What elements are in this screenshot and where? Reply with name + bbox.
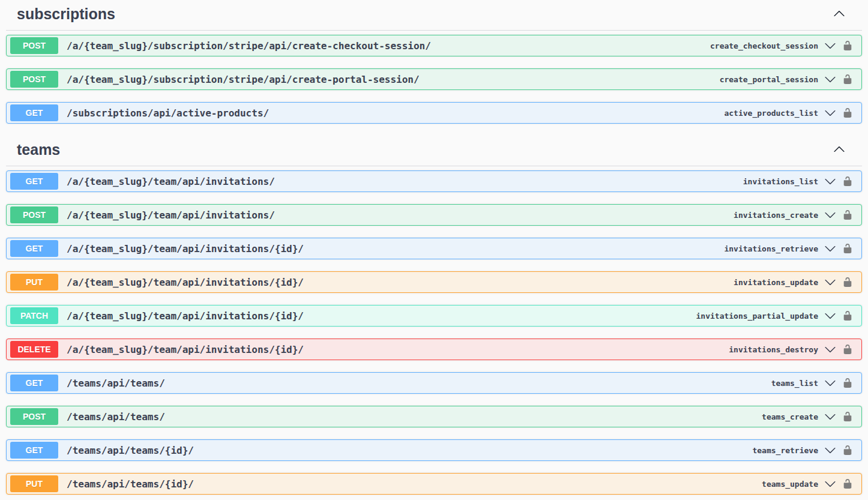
opblock-teams_list[interactable]: GET /teams/api/teams/ teams_list bbox=[6, 372, 862, 394]
collapse-section-button[interactable] bbox=[833, 8, 845, 20]
section-title: subscriptions bbox=[17, 5, 115, 23]
operation-id: create_checkout_session bbox=[710, 41, 818, 50]
opblock-invitations_list[interactable]: GET /a/{team_slug}/team/api/invitations/… bbox=[6, 170, 862, 192]
opblock-invitations_destroy[interactable]: DELETE /a/{team_slug}/team/api/invitatio… bbox=[6, 339, 862, 360]
unlock-icon bbox=[842, 243, 853, 254]
method-badge: POST bbox=[10, 37, 58, 54]
operation-path: /a/{team_slug}/team/api/invitations/{id}… bbox=[67, 310, 696, 322]
expand-operation-button[interactable] bbox=[824, 73, 836, 85]
operation-id: invitations_list bbox=[743, 177, 818, 186]
authorize-button[interactable] bbox=[842, 40, 853, 51]
collapse-section-button[interactable] bbox=[833, 143, 845, 155]
operation-path: /a/{team_slug}/team/api/invitations/ bbox=[67, 176, 743, 187]
operation-path: /teams/api/teams/ bbox=[67, 411, 762, 423]
expand-operation-button[interactable] bbox=[824, 209, 836, 221]
opblock-invitations_create[interactable]: POST /a/{team_slug}/team/api/invitations… bbox=[6, 204, 862, 226]
chevron-down-icon bbox=[824, 478, 836, 490]
opblock-invitations_retrieve[interactable]: GET /a/{team_slug}/team/api/invitations/… bbox=[6, 238, 862, 259]
chevron-down-icon bbox=[824, 175, 836, 187]
expand-operation-button[interactable] bbox=[824, 310, 836, 322]
operation-path: /teams/api/teams/{id}/ bbox=[67, 478, 762, 490]
authorize-button[interactable] bbox=[842, 277, 853, 288]
chevron-down-icon bbox=[824, 444, 836, 456]
method-badge: GET bbox=[10, 375, 58, 391]
authorize-button[interactable] bbox=[842, 107, 853, 118]
tag-header[interactable]: teams bbox=[6, 136, 862, 166]
operation-id: invitations_retrieve bbox=[724, 244, 818, 253]
opblock-active_products_list[interactable]: GET /subscriptions/api/active-products/ … bbox=[6, 102, 862, 124]
method-badge: POST bbox=[10, 206, 58, 223]
opblock-teams_create[interactable]: POST /teams/api/teams/ teams_create bbox=[6, 406, 862, 427]
operation-id: invitations_partial_update bbox=[696, 312, 819, 321]
operation-id: teams_retrieve bbox=[752, 446, 818, 455]
operation-id: create_portal_session bbox=[720, 75, 818, 84]
method-badge: PUT bbox=[10, 274, 58, 291]
authorize-button[interactable] bbox=[842, 176, 853, 187]
unlock-icon bbox=[842, 176, 853, 187]
operation-path: /a/{team_slug}/team/api/invitations/{id}… bbox=[67, 344, 729, 355]
authorize-button[interactable] bbox=[842, 378, 853, 388]
expand-operation-button[interactable] bbox=[824, 377, 836, 389]
operation-path: /a/{team_slug}/subscription/stripe/api/c… bbox=[67, 40, 710, 52]
operation-id: invitations_create bbox=[734, 211, 818, 220]
authorize-button[interactable] bbox=[842, 310, 853, 321]
tag-header[interactable]: subscriptions bbox=[6, 0, 862, 31]
chevron-down-icon bbox=[824, 343, 836, 355]
method-badge: PATCH bbox=[10, 307, 58, 324]
authorize-button[interactable] bbox=[842, 209, 853, 220]
operation-path: /a/{team_slug}/team/api/invitations/ bbox=[67, 209, 734, 221]
opblock-create_portal_session[interactable]: POST /a/{team_slug}/subscription/stripe/… bbox=[6, 68, 862, 90]
expand-operation-button[interactable] bbox=[824, 478, 836, 490]
chevron-down-icon bbox=[824, 276, 836, 288]
api-sections: subscriptions POST /a/{team_slug}/subscr… bbox=[0, 0, 868, 495]
operation-path: /teams/api/teams/{id}/ bbox=[67, 445, 752, 456]
chevron-down-icon bbox=[824, 209, 836, 221]
section-subscriptions: subscriptions POST /a/{team_slug}/subscr… bbox=[6, 0, 862, 124]
expand-operation-button[interactable] bbox=[824, 40, 836, 52]
operation-path: /a/{team_slug}/team/api/invitations/{id}… bbox=[67, 243, 724, 255]
operation-path: /a/{team_slug}/subscription/stripe/api/c… bbox=[67, 74, 720, 85]
expand-operation-button[interactable] bbox=[824, 175, 836, 187]
operation-id: active_products_list bbox=[724, 109, 818, 118]
unlock-icon bbox=[842, 478, 853, 489]
operations-list: POST /a/{team_slug}/subscription/stripe/… bbox=[6, 31, 862, 124]
method-badge: GET bbox=[10, 104, 58, 121]
operation-id: teams_create bbox=[762, 412, 818, 421]
authorize-button[interactable] bbox=[842, 243, 853, 254]
opblock-teams_update[interactable]: PUT /teams/api/teams/{id}/ teams_update bbox=[6, 473, 862, 495]
method-badge: GET bbox=[10, 240, 58, 257]
chevron-up-icon bbox=[833, 143, 845, 155]
method-badge: GET bbox=[10, 173, 58, 190]
section-teams: teams GET /a/{team_slug}/team/api/invita… bbox=[6, 136, 862, 495]
chevron-up-icon bbox=[833, 8, 845, 20]
authorize-button[interactable] bbox=[842, 344, 853, 355]
authorize-button[interactable] bbox=[842, 411, 853, 422]
operation-path: /teams/api/teams/ bbox=[67, 378, 771, 389]
operation-id: teams_list bbox=[771, 379, 818, 388]
expand-operation-button[interactable] bbox=[824, 444, 836, 456]
operation-id: teams_update bbox=[762, 480, 818, 489]
unlock-icon bbox=[842, 344, 853, 355]
unlock-icon bbox=[842, 107, 853, 118]
unlock-icon bbox=[842, 74, 853, 85]
unlock-icon bbox=[842, 310, 853, 321]
chevron-down-icon bbox=[824, 107, 836, 119]
operation-id: invitations_update bbox=[734, 278, 818, 287]
unlock-icon bbox=[842, 445, 853, 456]
unlock-icon bbox=[842, 411, 853, 422]
opblock-create_checkout_session[interactable]: POST /a/{team_slug}/subscription/stripe/… bbox=[6, 35, 862, 56]
expand-operation-button[interactable] bbox=[824, 343, 836, 355]
section-title: teams bbox=[17, 140, 60, 158]
opblock-invitations_partial_update[interactable]: PATCH /a/{team_slug}/team/api/invitation… bbox=[6, 305, 862, 327]
opblock-invitations_update[interactable]: PUT /a/{team_slug}/team/api/invitations/… bbox=[6, 271, 862, 293]
expand-operation-button[interactable] bbox=[824, 107, 836, 119]
method-badge: GET bbox=[10, 442, 58, 459]
authorize-button[interactable] bbox=[842, 445, 853, 456]
opblock-teams_retrieve[interactable]: GET /teams/api/teams/{id}/ teams_retriev… bbox=[6, 439, 862, 461]
expand-operation-button[interactable] bbox=[824, 242, 836, 255]
authorize-button[interactable] bbox=[842, 478, 853, 489]
expand-operation-button[interactable] bbox=[824, 276, 836, 288]
expand-operation-button[interactable] bbox=[824, 411, 836, 423]
unlock-icon bbox=[842, 277, 853, 288]
authorize-button[interactable] bbox=[842, 74, 853, 85]
